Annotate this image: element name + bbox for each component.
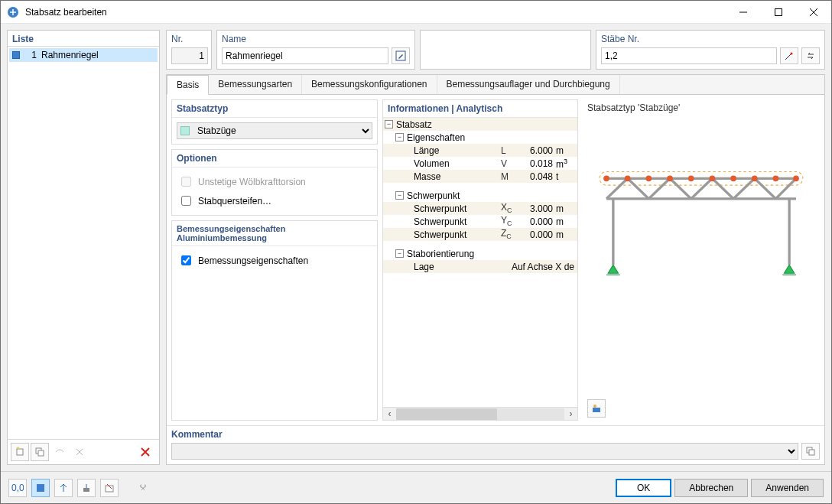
- collapse-icon[interactable]: −: [395, 191, 404, 200]
- svg-point-29: [710, 175, 716, 181]
- tree-spacer: [383, 241, 577, 247]
- new-item-button[interactable]: [11, 443, 29, 461]
- pick-members-button[interactable]: [780, 47, 798, 64]
- tree-row-sp-x: Schwerpunkt XC 3.000 m: [383, 202, 577, 215]
- cancel-button[interactable]: Abbrechen: [674, 479, 748, 497]
- footer-btn-script[interactable]: [134, 479, 152, 497]
- name-input[interactable]: [222, 47, 388, 64]
- svg-point-25: [625, 175, 631, 181]
- apply-button[interactable]: Anwenden: [751, 479, 824, 497]
- svg-line-14: [628, 178, 649, 199]
- tab-bemessungskonfigurationen[interactable]: Bemessungskonfigurationen: [302, 75, 437, 94]
- unstetige-checkbox-row: Unstetige Wölbkrafttorsion: [177, 172, 372, 191]
- tree-row-sp-y: Schwerpunkt YC 0.000 m: [383, 215, 577, 228]
- preview-settings-button[interactable]: [587, 399, 606, 418]
- tree-node-schwerpunkt[interactable]: − Schwerpunkt: [383, 189, 577, 202]
- optionen-header: Optionen: [172, 150, 377, 167]
- svg-line-18: [712, 178, 733, 199]
- collapse-icon[interactable]: −: [395, 249, 404, 258]
- svg-line-13: [606, 178, 628, 199]
- kommentar-label: Kommentar: [171, 429, 820, 440]
- svg-rect-2: [775, 8, 782, 15]
- svg-rect-5: [17, 449, 23, 455]
- bemessungseigenschaften-label: Bemessungseigenschaften: [198, 255, 308, 266]
- scroll-right-icon[interactable]: ›: [564, 408, 577, 420]
- optionen-panel: Optionen Unstetige Wölbkrafttorsion Stab…: [171, 149, 378, 216]
- footer: 0,00 OK Abbrechen Anwenden: [1, 471, 831, 503]
- titlebar: Stabsatz bearbeiten: [1, 1, 831, 24]
- svg-line-20: [755, 178, 776, 199]
- svg-line-19: [733, 178, 755, 199]
- svg-rect-43: [37, 484, 44, 492]
- list-item-label: Rahmenriegel: [41, 50, 99, 60]
- stabquersteifen-checkbox-row[interactable]: Stabquersteifen…: [177, 191, 372, 210]
- svg-line-17: [691, 178, 713, 199]
- scroll-left-icon[interactable]: ‹: [383, 408, 396, 420]
- svg-point-26: [645, 175, 652, 181]
- toolbar-button-3[interactable]: [50, 443, 69, 461]
- svg-line-21: [775, 178, 796, 199]
- tab-bemessungsarten[interactable]: Bemessungsarten: [209, 75, 302, 94]
- liste-header: Liste: [8, 31, 159, 47]
- delete-item-button[interactable]: [136, 443, 154, 461]
- bemessung-panel: Bemessungseigenschaften Aluminiumbemessu…: [171, 220, 378, 421]
- stabsatztyp-header: Stabsatztyp: [172, 100, 377, 118]
- name-field-group: Name: [216, 30, 415, 70]
- close-button[interactable]: [796, 1, 831, 24]
- preview-header: Stabsatztyp 'Stabzüge': [583, 99, 820, 116]
- kommentar-combo[interactable]: [171, 443, 798, 460]
- tree-row-volumen: Volumen V 0.018 m3: [383, 157, 577, 170]
- spacer-field-group: [420, 30, 591, 70]
- svg-point-32: [773, 175, 779, 181]
- liste-panel: Liste 1 Rahmenriegel: [7, 30, 160, 465]
- scroll-thumb[interactable]: [396, 408, 497, 420]
- collapse-icon[interactable]: −: [385, 120, 393, 128]
- tree-node-stabsatz[interactable]: − Stabsatz: [383, 118, 577, 131]
- stabsatztyp-panel: Stabsatztyp Stabzüge: [171, 99, 378, 145]
- stabquersteifen-checkbox[interactable]: [181, 196, 191, 206]
- svg-point-9: [791, 53, 793, 55]
- tab-basis[interactable]: Basis: [167, 75, 209, 95]
- footer-btn-units[interactable]: 0,00: [8, 479, 27, 497]
- staebe-field-group: Stäbe Nr.: [596, 30, 825, 70]
- app-icon: [7, 6, 19, 18]
- copy-item-button[interactable]: [31, 443, 49, 461]
- bemessungseigenschaften-checkbox-row[interactable]: Bemessungseigenschaften: [177, 251, 372, 270]
- stabsatztyp-combo[interactable]: Stabzüge: [177, 122, 372, 139]
- minimize-button[interactable]: [726, 1, 761, 24]
- collapse-icon[interactable]: −: [395, 133, 404, 141]
- footer-btn-4[interactable]: [77, 479, 96, 497]
- svg-rect-44: [83, 488, 89, 492]
- nr-input[interactable]: [171, 47, 208, 64]
- tree-spacer: [383, 183, 577, 189]
- footer-btn-2[interactable]: [31, 479, 50, 497]
- toolbar-button-4[interactable]: [70, 443, 89, 461]
- staebe-label: Stäbe Nr.: [601, 34, 820, 44]
- bemessungseigenschaften-checkbox[interactable]: [181, 255, 191, 265]
- tree-hscrollbar[interactable]: ‹ ›: [382, 408, 578, 421]
- svg-rect-38: [593, 408, 600, 412]
- reverse-button[interactable]: [801, 47, 820, 64]
- tree-row-masse: Masse M 0.048 t: [383, 170, 577, 183]
- tree-node-staborientierung[interactable]: − Staborientierung: [383, 247, 577, 260]
- tab-bemessungsauflager[interactable]: Bemessungsauflager und Durchbiegung: [437, 75, 620, 94]
- svg-point-24: [603, 175, 609, 181]
- tree-node-eigenschaften[interactable]: − Eigenschaften: [383, 131, 577, 144]
- svg-point-31: [752, 175, 758, 181]
- unstetige-checkbox: [181, 177, 191, 187]
- footer-btn-3[interactable]: [54, 479, 73, 497]
- svg-point-39: [593, 405, 596, 408]
- kommentar-library-button[interactable]: [801, 443, 820, 460]
- svg-rect-41: [809, 450, 814, 455]
- svg-marker-36: [785, 265, 795, 273]
- svg-point-28: [688, 175, 694, 181]
- kommentar-panel: Kommentar: [167, 425, 824, 464]
- maximize-button[interactable]: [761, 1, 796, 24]
- list-item[interactable]: 1 Rahmenriegel: [9, 48, 158, 62]
- top-fields-row: Nr. Name Stäbe Nr.: [166, 30, 825, 70]
- ok-button[interactable]: OK: [616, 479, 671, 497]
- bemessung-header: Bemessungseigenschaften Aluminiumbemessu…: [172, 221, 377, 246]
- name-edit-button[interactable]: [392, 47, 410, 64]
- footer-btn-5[interactable]: [100, 479, 119, 497]
- staebe-input[interactable]: [601, 47, 777, 64]
